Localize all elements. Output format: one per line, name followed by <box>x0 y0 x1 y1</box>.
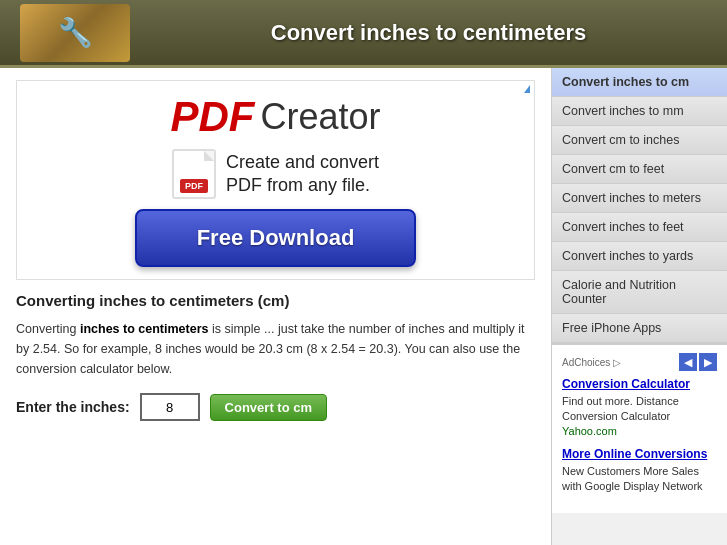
site-header: Convert inches to centimeters <box>0 0 727 68</box>
nav-item-2: Convert cm to inches <box>552 126 727 155</box>
sidebar-ad-source-0: Yahoo.com <box>562 425 717 437</box>
nav-link-0[interactable]: Convert inches to cm <box>552 68 727 96</box>
site-logo <box>20 4 130 62</box>
nav-link-4[interactable]: Convert inches to meters <box>552 184 727 212</box>
download-button[interactable]: Free Download <box>135 209 417 267</box>
sidebar-ad-link-0[interactable]: Conversion Calculator <box>562 377 717 391</box>
sidebar-ad-item-1: More Online Conversions New Customers Mo… <box>562 447 717 495</box>
nav-item-4: Convert inches to meters <box>552 184 727 213</box>
pdf-logo: PDF Creator <box>170 93 380 141</box>
nav-item-6: Convert inches to yards <box>552 242 727 271</box>
pdf-badge: PDF <box>180 179 208 193</box>
ad-banner: PDF Creator PDF Create and convert PDF f… <box>16 80 535 280</box>
nav-link-7[interactable]: Calorie and Nutrition Counter <box>552 271 727 313</box>
ad-choices-row: AdChoices ▷ ◀ ▶ <box>562 353 717 371</box>
nav-item-7: Calorie and Nutrition Counter <box>552 271 727 314</box>
nav-item-5: Convert inches to feet <box>552 213 727 242</box>
nav-link-2[interactable]: Convert cm to inches <box>552 126 727 154</box>
sidebar-ad-item-0: Conversion Calculator Find out more. Dis… <box>562 377 717 437</box>
ad-next-button[interactable]: ▶ <box>699 353 717 371</box>
pdf-red-text: PDF <box>170 93 254 141</box>
nav-link-6[interactable]: Convert inches to yards <box>552 242 727 270</box>
nav-link-8[interactable]: Free iPhone Apps <box>552 314 727 342</box>
pdf-file-icon: PDF <box>172 149 216 199</box>
article-title: Converting inches to centimeters (cm) <box>16 292 535 309</box>
converter-row: Enter the inches: Convert to cm <box>16 393 535 421</box>
sidebar-ad-section: AdChoices ▷ ◀ ▶ Conversion Calculator Fi… <box>552 343 727 513</box>
sidebar-ad-text-0: Find out more. Distance Conversion Calcu… <box>562 394 717 425</box>
convert-button[interactable]: Convert to cm <box>210 394 327 421</box>
nav-item-3: Convert cm to feet <box>552 155 727 184</box>
pdf-subtitle-text: Create and convert PDF from any file. <box>226 151 379 198</box>
content-area: PDF Creator PDF Create and convert PDF f… <box>0 68 552 545</box>
pdf-subtitle: PDF Create and convert PDF from any file… <box>172 149 379 199</box>
ad-prev-button[interactable]: ◀ <box>679 353 697 371</box>
nav-list: Convert inches to cm Convert inches to m… <box>552 68 727 343</box>
main-container: PDF Creator PDF Create and convert PDF f… <box>0 68 727 545</box>
page-title: Convert inches to centimeters <box>150 20 707 46</box>
converter-label: Enter the inches: <box>16 399 130 415</box>
nav-item-0: Convert inches to cm <box>552 68 727 97</box>
inches-input[interactable] <box>140 393 200 421</box>
sidebar-ad-link-1[interactable]: More Online Conversions <box>562 447 717 461</box>
nav-item-1: Convert inches to mm <box>552 97 727 126</box>
nav-link-1[interactable]: Convert inches to mm <box>552 97 727 125</box>
nav-item-8: Free iPhone Apps <box>552 314 727 343</box>
sidebar-ad-text-1: New Customers More Sales with Google Dis… <box>562 464 717 495</box>
nav-link-3[interactable]: Convert cm to feet <box>552 155 727 183</box>
ad-choices-label: AdChoices ▷ <box>562 357 621 368</box>
ad-nav-buttons: ◀ ▶ <box>679 353 717 371</box>
article-body: Converting inches to centimeters is simp… <box>16 319 535 379</box>
nav-link-5[interactable]: Convert inches to feet <box>552 213 727 241</box>
ad-triangle-icon <box>524 85 530 93</box>
article-bold: inches to centimeters <box>80 322 209 336</box>
sidebar: Convert inches to cm Convert inches to m… <box>552 68 727 545</box>
pdf-creator-text: Creator <box>260 96 380 138</box>
